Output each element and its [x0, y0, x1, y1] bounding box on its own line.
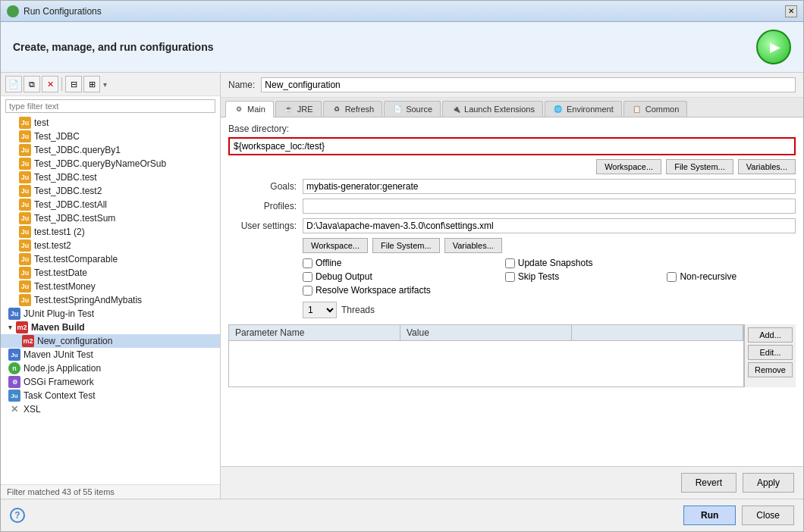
left-toolbar: 📄 ⧉ ✕ ⊟ ⊞ ▾ — [1, 73, 220, 96]
close-button[interactable]: Close — [742, 505, 794, 525]
offline-checkbox[interactable]: Offline — [303, 258, 490, 268]
threads-label: Threads — [341, 305, 375, 315]
header-area: Create, manage, and run configurations — [1, 22, 803, 73]
tree-item-junit-plugin[interactable]: Ju JUnit Plug-in Test — [1, 307, 220, 321]
xsl-icon: ✕ — [8, 403, 20, 415]
right-panel: Name: ⚙ Main ☕ JRE ♻ Refresh 📄 — [221, 73, 803, 499]
tab-source[interactable]: 📄 Source — [384, 101, 441, 117]
tree-item[interactable]: Ju Test_JDBC.test — [1, 171, 220, 184]
non-recursive-checkbox[interactable]: Non-recursive — [667, 271, 796, 282]
tab-launch-extensions[interactable]: 🔌 Launch Extensions — [442, 101, 543, 117]
config-name-input[interactable] — [261, 77, 796, 92]
main-content: 📄 ⧉ ✕ ⊟ ⊞ ▾ Ju test Ju Test_JDBC — [1, 73, 803, 499]
param-value-col-header: Value — [400, 325, 572, 340]
tree-item-maven-junit[interactable]: Ju Maven JUnit Test — [1, 348, 220, 361]
run-button[interactable]: Run — [683, 505, 736, 525]
goals-input[interactable] — [303, 179, 796, 194]
run-large-button[interactable] — [756, 30, 791, 64]
ju-icon: Ju — [19, 253, 31, 265]
m2-icon: m2 — [22, 335, 34, 347]
bottom-bar: Revert Apply — [221, 466, 803, 499]
base-dir-workspace-button[interactable]: Workspace... — [596, 159, 661, 174]
tree-item[interactable]: Ju Test_JDBC.queryByNameOrSub — [1, 157, 220, 171]
tabs-bar: ⚙ Main ☕ JRE ♻ Refresh 📄 Source 🔌 La — [221, 98, 803, 117]
user-settings-buttons: Workspace... File System... Variables... — [303, 238, 796, 253]
params-table-body — [229, 341, 743, 386]
new-config-button[interactable]: 📄 — [5, 76, 22, 92]
filter-status: Filter matched 43 of 55 items — [1, 484, 220, 499]
tree-item-nodejs[interactable]: n Node.js Application — [1, 361, 220, 375]
collapse-all-button[interactable]: ⊟ — [65, 76, 82, 92]
tab-jre[interactable]: ☕ JRE — [275, 101, 322, 117]
checkboxes-section: Offline Update Snapshots Debug Output Sk… — [303, 258, 796, 296]
tab-environment[interactable]: 🌐 Environment — [545, 101, 622, 117]
base-dir-label: Base directory: — [228, 124, 796, 134]
jre-tab-icon: ☕ — [284, 104, 294, 114]
tree-item[interactable]: Ju Test.testMoney — [1, 280, 220, 293]
tree-item[interactable]: Ju Test_JDBC.testSum — [1, 211, 220, 225]
tree-item[interactable]: Ju Test.testComparable — [1, 252, 220, 266]
base-dir-input-wrap — [228, 137, 796, 155]
task-context-label: Task Context Test — [24, 390, 96, 401]
tree-item[interactable]: Ju Test.testSpringAndMybatis — [1, 293, 220, 307]
main-tab-content: Base directory: Workspace... File System… — [221, 117, 803, 466]
source-tab-icon: 📄 — [392, 104, 403, 114]
remove-param-button[interactable]: Remove — [748, 362, 793, 377]
nodejs-icon: n — [8, 362, 20, 374]
add-param-button[interactable]: Add... — [748, 327, 793, 343]
tree-item[interactable]: Ju Test_JDBC — [1, 130, 220, 143]
tree-item[interactable]: Ju test — [1, 116, 220, 130]
user-settings-filesystem-button[interactable]: File System... — [372, 238, 440, 253]
edit-param-button[interactable]: Edit... — [748, 345, 793, 360]
base-dir-input[interactable] — [228, 137, 796, 155]
goals-label: Goals: — [228, 181, 297, 192]
run-configurations-dialog: Run Configurations ✕ Create, manage, and… — [0, 0, 804, 532]
tab-common[interactable]: 📋 Common — [623, 101, 688, 117]
tree-item-osgi[interactable]: ⚙ OSGi Framework — [1, 375, 220, 389]
ju-icon: Ju — [19, 199, 31, 211]
name-label: Name: — [228, 80, 255, 90]
title-bar: Run Configurations ✕ — [1, 1, 803, 22]
user-settings-input[interactable] — [303, 218, 796, 233]
profiles-input[interactable] — [303, 199, 796, 214]
tree-item[interactable]: Ju Test_JDBC.test2 — [1, 184, 220, 198]
tree-item[interactable]: Ju test.test2 — [1, 239, 220, 252]
window-close-button[interactable]: ✕ — [785, 5, 797, 17]
goals-row: Goals: — [228, 179, 796, 194]
tree-item[interactable]: Ju Test.testDate — [1, 266, 220, 280]
base-dir-variables-button[interactable]: Variables... — [738, 159, 796, 174]
apply-button[interactable]: Apply — [743, 473, 794, 493]
m2-group-icon: m2 — [16, 321, 28, 333]
main-tab-icon: ⚙ — [234, 104, 244, 114]
filter-input[interactable] — [5, 99, 215, 113]
tree-item[interactable]: Ju test.test1 (2) — [1, 225, 220, 239]
threads-select[interactable]: 1 2 4 — [303, 302, 337, 318]
tree-item-task-context[interactable]: Ju Task Context Test — [1, 389, 220, 402]
skip-tests-checkbox[interactable]: Skip Tests — [505, 271, 652, 282]
header-title: Create, manage, and run configurations — [13, 41, 214, 53]
revert-button[interactable]: Revert — [681, 473, 736, 493]
tree-item[interactable]: Ju Test_JDBC.testAll — [1, 198, 220, 211]
params-table-container: Parameter Name Value — [228, 324, 744, 387]
expand-all-button[interactable]: ⊞ — [83, 76, 100, 92]
tab-refresh[interactable]: ♻ Refresh — [323, 101, 383, 117]
help-button[interactable]: ? — [10, 508, 25, 523]
resolve-workspace-checkbox[interactable]: Resolve Workspace artifacts — [303, 285, 490, 296]
tree-group-maven[interactable]: ▾ m2 Maven Build — [1, 321, 220, 334]
delete-config-button[interactable]: ✕ — [42, 76, 58, 92]
tree-item[interactable]: Ju Test_JDBC.queryBy1 — [1, 143, 220, 157]
tab-main[interactable]: ⚙ Main — [225, 101, 274, 117]
ju-icon: Ju — [19, 144, 31, 156]
ju-icon: Ju — [19, 171, 31, 183]
user-settings-variables-button[interactable]: Variables... — [444, 238, 502, 253]
tree-item-xsl[interactable]: ✕ XSL — [1, 402, 220, 416]
duplicate-config-button[interactable]: ⧉ — [24, 76, 40, 92]
ju-icon: Ju — [19, 294, 31, 306]
ju-icon: Ju — [19, 226, 31, 238]
base-dir-filesystem-button[interactable]: File System... — [666, 159, 733, 174]
user-settings-workspace-button[interactable]: Workspace... — [303, 238, 368, 253]
expand-arrow[interactable]: ▾ — [103, 80, 107, 89]
debug-output-checkbox[interactable]: Debug Output — [303, 271, 490, 282]
update-snapshots-checkbox[interactable]: Update Snapshots — [505, 258, 652, 268]
tree-item-new-config[interactable]: m2 New_configuration — [1, 334, 220, 348]
